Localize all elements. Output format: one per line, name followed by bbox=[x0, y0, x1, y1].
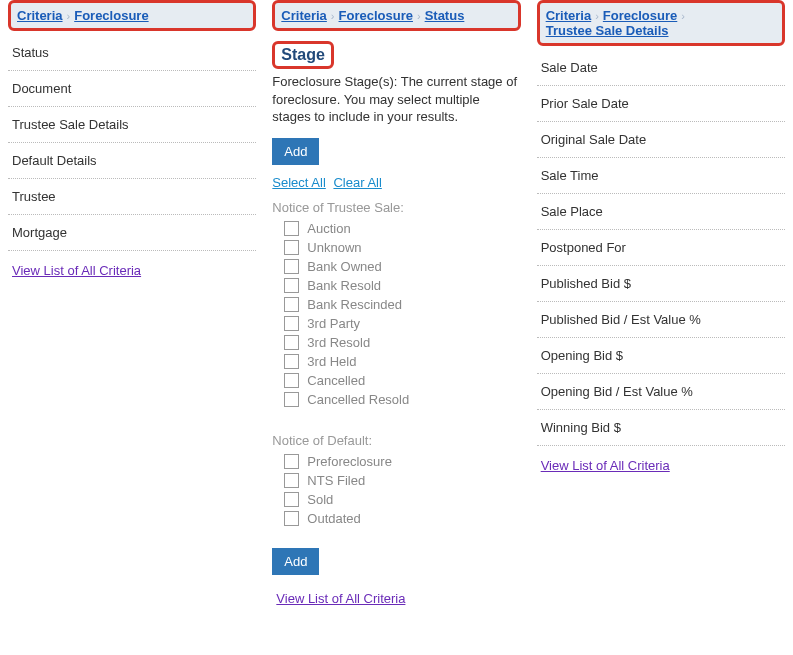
checkbox-icon bbox=[284, 473, 299, 488]
select-all-link[interactable]: Select All bbox=[272, 175, 325, 190]
checkbox-label: Unknown bbox=[307, 240, 361, 255]
category-item-sale-date[interactable]: Sale Date bbox=[537, 50, 785, 86]
checkbox-cancelled-resold[interactable]: Cancelled Resold bbox=[284, 392, 520, 407]
chevron-right-icon: › bbox=[417, 10, 421, 22]
checkbox-icon bbox=[284, 221, 299, 236]
category-item-published-bid-est-value[interactable]: Published Bid / Est Value % bbox=[537, 302, 785, 338]
checkbox-icon bbox=[284, 392, 299, 407]
crumb-trustee-sale-details[interactable]: Trustee Sale Details bbox=[546, 23, 669, 38]
view-all-criteria-link[interactable]: View List of All Criteria bbox=[541, 458, 670, 473]
checkbox-label: 3rd Party bbox=[307, 316, 360, 331]
category-list: Sale Date Prior Sale Date Original Sale … bbox=[537, 50, 785, 446]
panel-foreclosure-categories: Criteria › Foreclosure Status Document T… bbox=[0, 0, 264, 618]
checkbox-icon bbox=[284, 259, 299, 274]
checkbox-preforeclosure[interactable]: Preforeclosure bbox=[284, 454, 520, 469]
checkbox-icon bbox=[284, 240, 299, 255]
chevron-right-icon: › bbox=[595, 10, 599, 22]
category-item-prior-sale-date[interactable]: Prior Sale Date bbox=[537, 86, 785, 122]
bulk-select-links: Select All Clear All bbox=[272, 175, 520, 190]
stage-heading-wrap: Stage bbox=[272, 41, 520, 69]
checkbox-label: 3rd Resold bbox=[307, 335, 370, 350]
checkbox-label: Bank Resold bbox=[307, 278, 381, 293]
checkbox-outdated[interactable]: Outdated bbox=[284, 511, 520, 526]
checkbox-bank-owned[interactable]: Bank Owned bbox=[284, 259, 520, 274]
checkbox-bank-rescinded[interactable]: Bank Rescinded bbox=[284, 297, 520, 312]
checkbox-3rd-party[interactable]: 3rd Party bbox=[284, 316, 520, 331]
chevron-right-icon: › bbox=[331, 10, 335, 22]
checkbox-nts-filed[interactable]: NTS Filed bbox=[284, 473, 520, 488]
stage-heading: Stage bbox=[272, 41, 334, 69]
checkbox-icon bbox=[284, 492, 299, 507]
category-item-trustee[interactable]: Trustee bbox=[8, 179, 256, 215]
checkbox-label: NTS Filed bbox=[307, 473, 365, 488]
view-all-criteria-link[interactable]: View List of All Criteria bbox=[12, 263, 141, 278]
add-button-top[interactable]: Add bbox=[272, 138, 319, 165]
crumb-foreclosure[interactable]: Foreclosure bbox=[603, 8, 677, 23]
breadcrumb: Criteria › Foreclosure bbox=[8, 0, 256, 31]
crumb-criteria[interactable]: Criteria bbox=[281, 8, 327, 23]
checkbox-label: Preforeclosure bbox=[307, 454, 392, 469]
category-item-winning-bid[interactable]: Winning Bid $ bbox=[537, 410, 785, 446]
category-item-published-bid[interactable]: Published Bid $ bbox=[537, 266, 785, 302]
group-label-notice-trustee-sale: Notice of Trustee Sale: bbox=[272, 200, 520, 215]
checkbox-3rd-resold[interactable]: 3rd Resold bbox=[284, 335, 520, 350]
checkbox-icon bbox=[284, 354, 299, 369]
breadcrumb: Criteria › Foreclosure › Trustee Sale De… bbox=[537, 0, 785, 46]
checkbox-icon bbox=[284, 511, 299, 526]
chevron-right-icon: › bbox=[681, 10, 685, 22]
category-item-mortgage[interactable]: Mortgage bbox=[8, 215, 256, 251]
view-all-criteria-link[interactable]: View List of All Criteria bbox=[276, 591, 405, 606]
checkbox-icon bbox=[284, 454, 299, 469]
checkbox-cancelled[interactable]: Cancelled bbox=[284, 373, 520, 388]
checkbox-sold[interactable]: Sold bbox=[284, 492, 520, 507]
checkbox-label: Cancelled Resold bbox=[307, 392, 409, 407]
checkbox-label: Sold bbox=[307, 492, 333, 507]
checkbox-unknown[interactable]: Unknown bbox=[284, 240, 520, 255]
crumb-foreclosure[interactable]: Foreclosure bbox=[74, 8, 148, 23]
category-item-status[interactable]: Status bbox=[8, 35, 256, 71]
chevron-right-icon: › bbox=[67, 10, 71, 22]
category-item-opening-bid-est-value[interactable]: Opening Bid / Est Value % bbox=[537, 374, 785, 410]
panel-status-stage: Criteria › Foreclosure › Status Stage Fo… bbox=[264, 0, 528, 618]
checkbox-label: 3rd Held bbox=[307, 354, 356, 369]
group-label-notice-default: Notice of Default: bbox=[272, 433, 520, 448]
category-item-opening-bid[interactable]: Opening Bid $ bbox=[537, 338, 785, 374]
category-item-postponed-for[interactable]: Postponed For bbox=[537, 230, 785, 266]
checkbox-label: Bank Rescinded bbox=[307, 297, 402, 312]
checkbox-icon bbox=[284, 373, 299, 388]
panel-trustee-sale-details: Criteria › Foreclosure › Trustee Sale De… bbox=[529, 0, 793, 618]
checkbox-label: Cancelled bbox=[307, 373, 365, 388]
category-item-original-sale-date[interactable]: Original Sale Date bbox=[537, 122, 785, 158]
checkbox-label: Bank Owned bbox=[307, 259, 381, 274]
checkbox-3rd-held[interactable]: 3rd Held bbox=[284, 354, 520, 369]
add-button-bottom[interactable]: Add bbox=[272, 548, 319, 575]
category-item-default-details[interactable]: Default Details bbox=[8, 143, 256, 179]
checkbox-label: Auction bbox=[307, 221, 350, 236]
stage-description: Foreclosure Stage(s): The current stage … bbox=[272, 73, 520, 126]
category-item-sale-time[interactable]: Sale Time bbox=[537, 158, 785, 194]
crumb-criteria[interactable]: Criteria bbox=[546, 8, 592, 23]
category-item-sale-place[interactable]: Sale Place bbox=[537, 194, 785, 230]
crumb-criteria[interactable]: Criteria bbox=[17, 8, 63, 23]
checkbox-label: Outdated bbox=[307, 511, 361, 526]
checkbox-auction[interactable]: Auction bbox=[284, 221, 520, 236]
category-list: Status Document Trustee Sale Details Def… bbox=[8, 35, 256, 251]
category-item-document[interactable]: Document bbox=[8, 71, 256, 107]
checkbox-bank-resold[interactable]: Bank Resold bbox=[284, 278, 520, 293]
crumb-foreclosure[interactable]: Foreclosure bbox=[339, 8, 413, 23]
clear-all-link[interactable]: Clear All bbox=[333, 175, 381, 190]
checkbox-icon bbox=[284, 278, 299, 293]
checkbox-icon bbox=[284, 297, 299, 312]
checkbox-icon bbox=[284, 316, 299, 331]
category-item-trustee-sale-details[interactable]: Trustee Sale Details bbox=[8, 107, 256, 143]
crumb-status[interactable]: Status bbox=[425, 8, 465, 23]
checkbox-icon bbox=[284, 335, 299, 350]
breadcrumb: Criteria › Foreclosure › Status bbox=[272, 0, 520, 31]
